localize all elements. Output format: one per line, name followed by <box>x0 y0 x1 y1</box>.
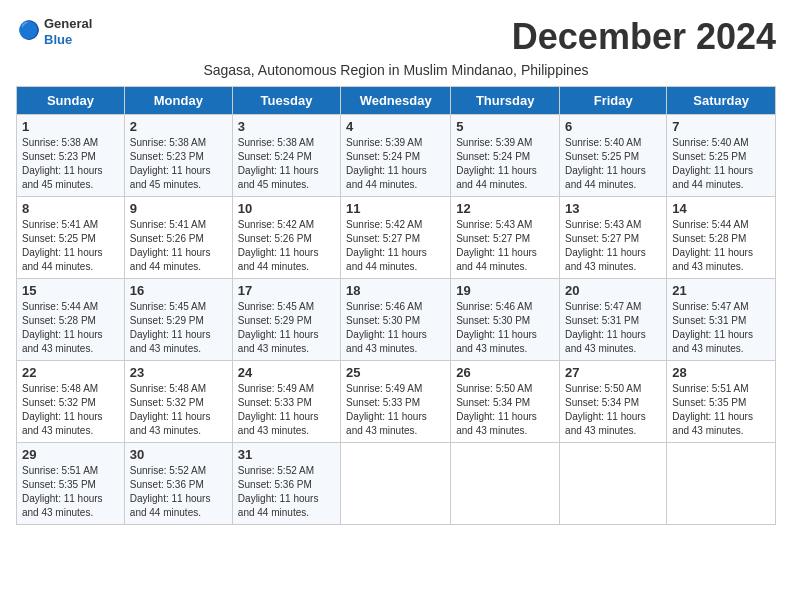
day-info: Sunrise: 5:38 AMSunset: 5:24 PMDaylight:… <box>238 136 335 192</box>
day-number: 14 <box>672 201 770 216</box>
week-row-2: 8Sunrise: 5:41 AMSunset: 5:25 PMDaylight… <box>17 197 776 279</box>
day-info: Sunrise: 5:46 AMSunset: 5:30 PMDaylight:… <box>346 300 445 356</box>
day-number: 11 <box>346 201 445 216</box>
day-cell: 15Sunrise: 5:44 AMSunset: 5:28 PMDayligh… <box>17 279 125 361</box>
day-info: Sunrise: 5:45 AMSunset: 5:29 PMDaylight:… <box>130 300 227 356</box>
col-header-saturday: Saturday <box>667 87 776 115</box>
col-header-sunday: Sunday <box>17 87 125 115</box>
day-number: 24 <box>238 365 335 380</box>
day-info: Sunrise: 5:43 AMSunset: 5:27 PMDaylight:… <box>456 218 554 274</box>
day-cell: 21Sunrise: 5:47 AMSunset: 5:31 PMDayligh… <box>667 279 776 361</box>
day-number: 26 <box>456 365 554 380</box>
logo-general: General <box>44 16 92 32</box>
day-info: Sunrise: 5:47 AMSunset: 5:31 PMDaylight:… <box>672 300 770 356</box>
day-cell: 27Sunrise: 5:50 AMSunset: 5:34 PMDayligh… <box>560 361 667 443</box>
day-number: 17 <box>238 283 335 298</box>
day-cell: 20Sunrise: 5:47 AMSunset: 5:31 PMDayligh… <box>560 279 667 361</box>
day-number: 2 <box>130 119 227 134</box>
day-cell: 11Sunrise: 5:42 AMSunset: 5:27 PMDayligh… <box>341 197 451 279</box>
col-header-thursday: Thursday <box>451 87 560 115</box>
day-cell: 28Sunrise: 5:51 AMSunset: 5:35 PMDayligh… <box>667 361 776 443</box>
day-number: 18 <box>346 283 445 298</box>
day-number: 6 <box>565 119 661 134</box>
day-info: Sunrise: 5:40 AMSunset: 5:25 PMDaylight:… <box>672 136 770 192</box>
week-row-5: 29Sunrise: 5:51 AMSunset: 5:35 PMDayligh… <box>17 443 776 525</box>
day-cell: 26Sunrise: 5:50 AMSunset: 5:34 PMDayligh… <box>451 361 560 443</box>
day-cell: 25Sunrise: 5:49 AMSunset: 5:33 PMDayligh… <box>341 361 451 443</box>
day-cell: 31Sunrise: 5:52 AMSunset: 5:36 PMDayligh… <box>232 443 340 525</box>
day-number: 23 <box>130 365 227 380</box>
calendar-table: SundayMondayTuesdayWednesdayThursdayFrid… <box>16 86 776 525</box>
col-header-tuesday: Tuesday <box>232 87 340 115</box>
day-info: Sunrise: 5:50 AMSunset: 5:34 PMDaylight:… <box>456 382 554 438</box>
day-info: Sunrise: 5:42 AMSunset: 5:27 PMDaylight:… <box>346 218 445 274</box>
logo: 🔵 General Blue <box>16 16 92 47</box>
day-number: 13 <box>565 201 661 216</box>
day-info: Sunrise: 5:41 AMSunset: 5:25 PMDaylight:… <box>22 218 119 274</box>
day-number: 19 <box>456 283 554 298</box>
logo-blue: Blue <box>44 32 92 48</box>
day-info: Sunrise: 5:48 AMSunset: 5:32 PMDaylight:… <box>130 382 227 438</box>
day-info: Sunrise: 5:51 AMSunset: 5:35 PMDaylight:… <box>672 382 770 438</box>
day-number: 10 <box>238 201 335 216</box>
day-info: Sunrise: 5:48 AMSunset: 5:32 PMDaylight:… <box>22 382 119 438</box>
day-number: 15 <box>22 283 119 298</box>
day-cell: 18Sunrise: 5:46 AMSunset: 5:30 PMDayligh… <box>341 279 451 361</box>
day-cell <box>451 443 560 525</box>
col-header-monday: Monday <box>124 87 232 115</box>
day-number: 16 <box>130 283 227 298</box>
day-cell <box>667 443 776 525</box>
day-cell <box>341 443 451 525</box>
day-number: 4 <box>346 119 445 134</box>
day-cell: 2Sunrise: 5:38 AMSunset: 5:23 PMDaylight… <box>124 115 232 197</box>
col-header-friday: Friday <box>560 87 667 115</box>
day-info: Sunrise: 5:42 AMSunset: 5:26 PMDaylight:… <box>238 218 335 274</box>
day-cell: 12Sunrise: 5:43 AMSunset: 5:27 PMDayligh… <box>451 197 560 279</box>
day-info: Sunrise: 5:47 AMSunset: 5:31 PMDaylight:… <box>565 300 661 356</box>
day-cell: 17Sunrise: 5:45 AMSunset: 5:29 PMDayligh… <box>232 279 340 361</box>
day-number: 28 <box>672 365 770 380</box>
day-cell: 24Sunrise: 5:49 AMSunset: 5:33 PMDayligh… <box>232 361 340 443</box>
page-header: 🔵 General Blue December 2024 <box>16 16 776 58</box>
subtitle: Sagasa, Autonomous Region in Muslim Mind… <box>16 62 776 78</box>
day-number: 1 <box>22 119 119 134</box>
day-info: Sunrise: 5:40 AMSunset: 5:25 PMDaylight:… <box>565 136 661 192</box>
day-info: Sunrise: 5:51 AMSunset: 5:35 PMDaylight:… <box>22 464 119 520</box>
day-number: 29 <box>22 447 119 462</box>
day-info: Sunrise: 5:44 AMSunset: 5:28 PMDaylight:… <box>672 218 770 274</box>
day-cell: 7Sunrise: 5:40 AMSunset: 5:25 PMDaylight… <box>667 115 776 197</box>
day-cell: 9Sunrise: 5:41 AMSunset: 5:26 PMDaylight… <box>124 197 232 279</box>
day-cell: 22Sunrise: 5:48 AMSunset: 5:32 PMDayligh… <box>17 361 125 443</box>
logo-text: General Blue <box>44 16 92 47</box>
day-cell: 10Sunrise: 5:42 AMSunset: 5:26 PMDayligh… <box>232 197 340 279</box>
day-info: Sunrise: 5:38 AMSunset: 5:23 PMDaylight:… <box>22 136 119 192</box>
day-info: Sunrise: 5:50 AMSunset: 5:34 PMDaylight:… <box>565 382 661 438</box>
day-info: Sunrise: 5:39 AMSunset: 5:24 PMDaylight:… <box>346 136 445 192</box>
day-info: Sunrise: 5:49 AMSunset: 5:33 PMDaylight:… <box>238 382 335 438</box>
day-info: Sunrise: 5:39 AMSunset: 5:24 PMDaylight:… <box>456 136 554 192</box>
day-info: Sunrise: 5:43 AMSunset: 5:27 PMDaylight:… <box>565 218 661 274</box>
day-cell: 6Sunrise: 5:40 AMSunset: 5:25 PMDaylight… <box>560 115 667 197</box>
day-info: Sunrise: 5:44 AMSunset: 5:28 PMDaylight:… <box>22 300 119 356</box>
day-cell: 19Sunrise: 5:46 AMSunset: 5:30 PMDayligh… <box>451 279 560 361</box>
day-info: Sunrise: 5:52 AMSunset: 5:36 PMDaylight:… <box>238 464 335 520</box>
day-number: 5 <box>456 119 554 134</box>
day-info: Sunrise: 5:38 AMSunset: 5:23 PMDaylight:… <box>130 136 227 192</box>
day-number: 21 <box>672 283 770 298</box>
day-number: 12 <box>456 201 554 216</box>
week-row-4: 22Sunrise: 5:48 AMSunset: 5:32 PMDayligh… <box>17 361 776 443</box>
day-cell: 8Sunrise: 5:41 AMSunset: 5:25 PMDaylight… <box>17 197 125 279</box>
day-number: 3 <box>238 119 335 134</box>
day-info: Sunrise: 5:49 AMSunset: 5:33 PMDaylight:… <box>346 382 445 438</box>
day-cell: 29Sunrise: 5:51 AMSunset: 5:35 PMDayligh… <box>17 443 125 525</box>
day-number: 31 <box>238 447 335 462</box>
day-number: 22 <box>22 365 119 380</box>
day-number: 8 <box>22 201 119 216</box>
day-cell: 1Sunrise: 5:38 AMSunset: 5:23 PMDaylight… <box>17 115 125 197</box>
day-cell: 23Sunrise: 5:48 AMSunset: 5:32 PMDayligh… <box>124 361 232 443</box>
day-number: 25 <box>346 365 445 380</box>
day-cell: 13Sunrise: 5:43 AMSunset: 5:27 PMDayligh… <box>560 197 667 279</box>
day-number: 7 <box>672 119 770 134</box>
day-number: 30 <box>130 447 227 462</box>
day-info: Sunrise: 5:52 AMSunset: 5:36 PMDaylight:… <box>130 464 227 520</box>
